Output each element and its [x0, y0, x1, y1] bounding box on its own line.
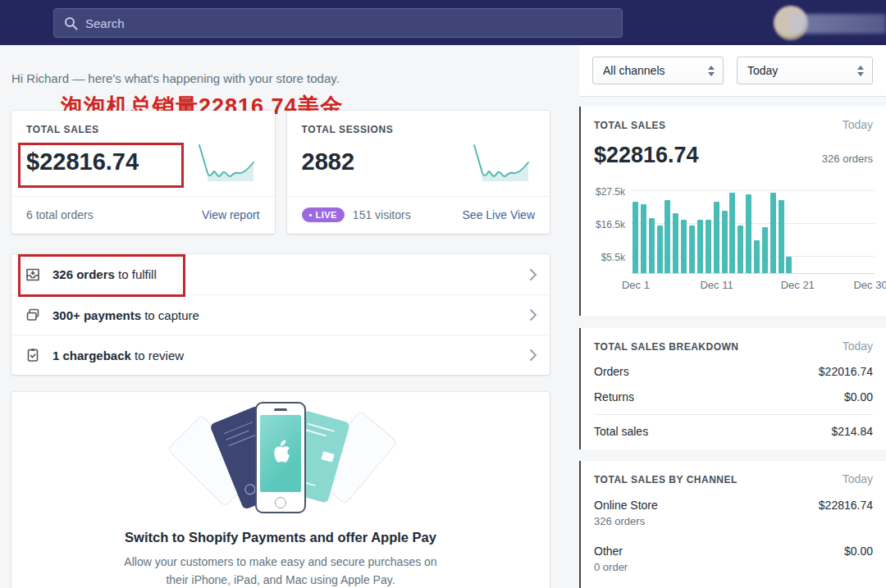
apple-pay-illustration	[141, 405, 420, 515]
bar-day-10	[706, 220, 711, 273]
divider	[594, 414, 873, 415]
channel-row-online-store: Online Store $22816.74 326 orders	[594, 499, 873, 527]
breakdown-value: $214.84	[831, 425, 873, 438]
bar-day-9	[697, 220, 703, 273]
period-select[interactable]: Today	[737, 57, 873, 84]
divider	[11, 196, 275, 197]
bar-day-8	[689, 226, 695, 273]
y-tick-label: $27.5k	[596, 186, 625, 198]
breakdown-label: Total sales	[594, 425, 648, 438]
bar-day-4	[657, 226, 663, 273]
breakdown-row-total: Total sales $214.84	[594, 425, 873, 438]
sidebar-total-sales-section: TOTAL SALES Today $22816.74 326 orders $…	[579, 107, 886, 316]
breakdown-period: Today	[843, 340, 873, 353]
sessions-sparkline-icon	[468, 140, 537, 189]
bar-day-6	[673, 213, 678, 273]
x-tick-label: Dec 21	[781, 279, 815, 291]
view-report-link[interactable]: View report	[202, 208, 260, 221]
period-select-value: Today	[747, 64, 778, 77]
sales-bar-chart: $27.5k$16.5k$5.5k Dec 1Dec 11Dec 21Dec 3…	[594, 185, 875, 300]
phone-illustration	[255, 402, 306, 513]
bar-day-1	[633, 202, 638, 273]
bar-day-14	[738, 226, 743, 273]
apple-logo-icon	[268, 438, 293, 469]
search-input[interactable]	[85, 16, 612, 30]
annotation-box-orders-row	[18, 254, 185, 297]
sales-sparkline-icon	[193, 140, 262, 189]
updown-caret-icon	[857, 66, 864, 76]
bar-day-20	[786, 257, 792, 273]
search-box[interactable]	[53, 8, 623, 38]
chart-x-axis: Dec 1Dec 11Dec 21Dec 30	[632, 279, 875, 295]
channel-label: Online Store	[594, 499, 658, 512]
live-badge: • LIVE	[302, 207, 345, 222]
bar-day-16	[754, 240, 760, 273]
main-content: Hi Richard — here's what's happening wit…	[11, 45, 550, 85]
breakdown-label: Returns	[594, 390, 634, 403]
x-tick-label: Dec 11	[700, 279, 733, 291]
greeting-text: Hi Richard — here's what's happening wit…	[11, 71, 550, 85]
bar-day-17	[762, 227, 768, 273]
bar-day-11	[714, 202, 719, 273]
channel-value: $0.00	[844, 545, 873, 558]
gridline	[632, 190, 875, 191]
bar-day-19	[779, 200, 784, 273]
task-bold: 300+ payments	[53, 308, 141, 322]
breakdown-row-orders: Orders $22016.74	[594, 365, 873, 378]
total-orders-count: 6 total orders	[26, 208, 94, 221]
right-panel: All channels Today TOTAL SALES Today $22…	[579, 45, 886, 588]
chargeback-to-review-row[interactable]: 1 chargeback to review	[11, 335, 550, 375]
total-sessions-label: TOTAL SESSIONS	[302, 124, 536, 135]
phone-speaker	[274, 408, 287, 411]
channel-label: Other	[594, 545, 623, 558]
payments-icon	[25, 307, 41, 323]
divider	[287, 196, 550, 197]
x-tick-label: Dec 30	[853, 279, 886, 291]
bar-day-12	[722, 211, 728, 273]
sidebar-total-sales-value: $22816.74	[594, 143, 699, 168]
fingerprint-icon	[275, 497, 286, 508]
breakdown-value: $0.00	[844, 390, 873, 403]
chevron-right-icon	[530, 309, 537, 321]
visitors-count: 151 visitors	[353, 208, 411, 221]
top-nav-bar	[0, 0, 886, 45]
task-rest: to review	[131, 349, 184, 362]
chevron-right-icon	[530, 349, 537, 361]
promo-body-line2: their iPhone, iPad, and Mac using Apple …	[100, 572, 461, 588]
bar-day-2	[641, 204, 646, 273]
breakdown-value: $22016.74	[819, 365, 873, 378]
channel-value: $22816.74	[819, 499, 873, 512]
by-channel-heading: TOTAL SALES BY CHANNEL	[594, 474, 738, 485]
filters-bar: All channels Today	[579, 45, 886, 97]
breakdown-label: Orders	[594, 365, 629, 378]
search-icon	[64, 16, 78, 30]
sidebar-total-sales-orders: 326 orders	[822, 153, 873, 165]
channel-select[interactable]: All channels	[592, 57, 724, 84]
sidebar-total-sales-period: Today	[843, 118, 873, 131]
sales-by-channel-section: TOTAL SALES BY CHANNEL Today Online Stor…	[579, 461, 886, 588]
see-live-view-link[interactable]: See Live View	[463, 208, 535, 221]
total-sessions-card: TOTAL SESSIONS 2882 • LIVE 151 visitors …	[287, 111, 550, 234]
x-tick-label: Dec 1	[622, 279, 650, 291]
chargeback-icon	[25, 347, 41, 363]
y-tick-label: $16.5k	[596, 219, 625, 230]
phone-screen	[260, 415, 301, 492]
total-sales-label: TOTAL SALES	[26, 124, 260, 135]
breakdown-heading: TOTAL SALES BREAKDOWN	[594, 341, 739, 353]
sidebar-total-sales-heading: TOTAL SALES	[594, 120, 666, 131]
breakdown-row-returns: Returns $0.00	[594, 390, 873, 403]
chart-y-axis: $27.5k$16.5k$5.5k	[594, 185, 630, 274]
bar-day-15	[746, 194, 751, 273]
by-channel-period: Today	[843, 472, 873, 485]
promo-title: Switch to Shopify Payments and offer App…	[11, 530, 550, 545]
apple-pay-promo-card: Switch to Shopify Payments and offer App…	[11, 392, 550, 588]
annotation-box-total-sales	[18, 143, 184, 188]
promo-body-line1: Allow your customers to make easy and se…	[100, 554, 461, 572]
payments-to-capture-row[interactable]: 300+ payments to capture	[11, 294, 550, 335]
channel-select-value: All channels	[603, 64, 665, 77]
task-rest: to capture	[141, 308, 199, 322]
channel-orders-count: 326 orders	[594, 515, 873, 527]
channel-orders-count: 0 order	[594, 561, 873, 573]
task-bold: 1 chargeback	[53, 349, 131, 362]
y-tick-label: $5.5k	[601, 252, 625, 263]
